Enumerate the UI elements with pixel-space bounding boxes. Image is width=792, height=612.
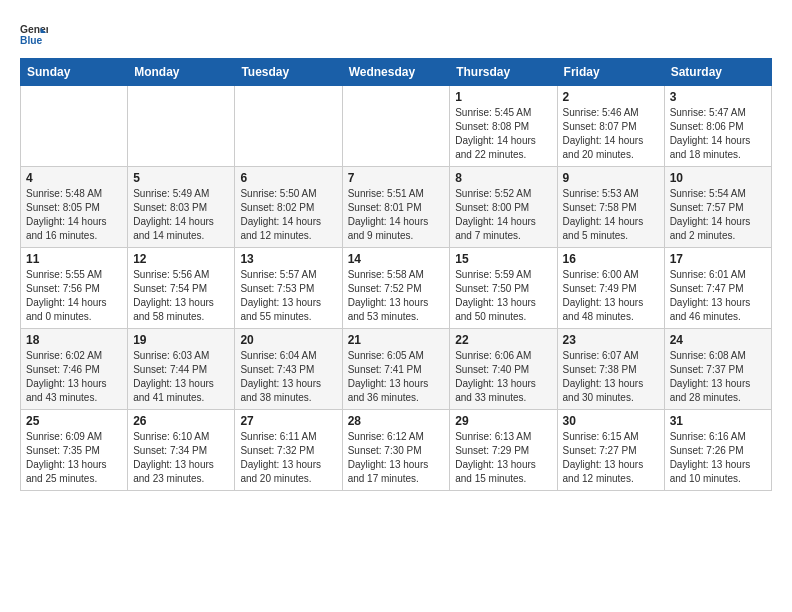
day-info: Sunrise: 5:53 AM Sunset: 7:58 PM Dayligh… — [563, 187, 659, 243]
day-info: Sunrise: 5:47 AM Sunset: 8:06 PM Dayligh… — [670, 106, 766, 162]
day-info: Sunrise: 6:05 AM Sunset: 7:41 PM Dayligh… — [348, 349, 445, 405]
day-number: 29 — [455, 414, 551, 428]
day-number: 15 — [455, 252, 551, 266]
day-info: Sunrise: 6:15 AM Sunset: 7:27 PM Dayligh… — [563, 430, 659, 486]
day-number: 24 — [670, 333, 766, 347]
weekday-header-thursday: Thursday — [450, 59, 557, 86]
day-number: 14 — [348, 252, 445, 266]
day-cell: 26Sunrise: 6:10 AM Sunset: 7:34 PM Dayli… — [128, 410, 235, 491]
day-info: Sunrise: 6:07 AM Sunset: 7:38 PM Dayligh… — [563, 349, 659, 405]
day-info: Sunrise: 6:01 AM Sunset: 7:47 PM Dayligh… — [670, 268, 766, 324]
logo-icon: General Blue — [20, 20, 48, 48]
day-number: 5 — [133, 171, 229, 185]
day-number: 21 — [348, 333, 445, 347]
day-number: 13 — [240, 252, 336, 266]
day-number: 31 — [670, 414, 766, 428]
weekday-header-sunday: Sunday — [21, 59, 128, 86]
day-number: 20 — [240, 333, 336, 347]
day-number: 22 — [455, 333, 551, 347]
day-cell: 8Sunrise: 5:52 AM Sunset: 8:00 PM Daylig… — [450, 167, 557, 248]
day-info: Sunrise: 6:11 AM Sunset: 7:32 PM Dayligh… — [240, 430, 336, 486]
day-cell: 27Sunrise: 6:11 AM Sunset: 7:32 PM Dayli… — [235, 410, 342, 491]
day-cell: 22Sunrise: 6:06 AM Sunset: 7:40 PM Dayli… — [450, 329, 557, 410]
day-cell: 20Sunrise: 6:04 AM Sunset: 7:43 PM Dayli… — [235, 329, 342, 410]
day-cell: 25Sunrise: 6:09 AM Sunset: 7:35 PM Dayli… — [21, 410, 128, 491]
week-row-4: 18Sunrise: 6:02 AM Sunset: 7:46 PM Dayli… — [21, 329, 772, 410]
day-number: 27 — [240, 414, 336, 428]
week-row-2: 4Sunrise: 5:48 AM Sunset: 8:05 PM Daylig… — [21, 167, 772, 248]
weekday-header-row: SundayMondayTuesdayWednesdayThursdayFrid… — [21, 59, 772, 86]
day-cell — [342, 86, 450, 167]
day-info: Sunrise: 5:56 AM Sunset: 7:54 PM Dayligh… — [133, 268, 229, 324]
day-number: 19 — [133, 333, 229, 347]
day-cell: 28Sunrise: 6:12 AM Sunset: 7:30 PM Dayli… — [342, 410, 450, 491]
svg-text:Blue: Blue — [20, 35, 43, 46]
day-number: 7 — [348, 171, 445, 185]
day-number: 11 — [26, 252, 122, 266]
day-number: 6 — [240, 171, 336, 185]
day-number: 28 — [348, 414, 445, 428]
day-cell: 2Sunrise: 5:46 AM Sunset: 8:07 PM Daylig… — [557, 86, 664, 167]
day-cell: 10Sunrise: 5:54 AM Sunset: 7:57 PM Dayli… — [664, 167, 771, 248]
day-number: 3 — [670, 90, 766, 104]
day-cell: 30Sunrise: 6:15 AM Sunset: 7:27 PM Dayli… — [557, 410, 664, 491]
day-info: Sunrise: 6:08 AM Sunset: 7:37 PM Dayligh… — [670, 349, 766, 405]
day-cell — [128, 86, 235, 167]
day-cell: 1Sunrise: 5:45 AM Sunset: 8:08 PM Daylig… — [450, 86, 557, 167]
day-cell: 11Sunrise: 5:55 AM Sunset: 7:56 PM Dayli… — [21, 248, 128, 329]
day-cell: 16Sunrise: 6:00 AM Sunset: 7:49 PM Dayli… — [557, 248, 664, 329]
day-number: 2 — [563, 90, 659, 104]
day-cell: 19Sunrise: 6:03 AM Sunset: 7:44 PM Dayli… — [128, 329, 235, 410]
weekday-header-saturday: Saturday — [664, 59, 771, 86]
day-number: 10 — [670, 171, 766, 185]
day-info: Sunrise: 5:45 AM Sunset: 8:08 PM Dayligh… — [455, 106, 551, 162]
day-number: 30 — [563, 414, 659, 428]
day-info: Sunrise: 6:16 AM Sunset: 7:26 PM Dayligh… — [670, 430, 766, 486]
day-info: Sunrise: 6:13 AM Sunset: 7:29 PM Dayligh… — [455, 430, 551, 486]
day-number: 18 — [26, 333, 122, 347]
day-number: 12 — [133, 252, 229, 266]
day-cell: 4Sunrise: 5:48 AM Sunset: 8:05 PM Daylig… — [21, 167, 128, 248]
day-info: Sunrise: 5:52 AM Sunset: 8:00 PM Dayligh… — [455, 187, 551, 243]
weekday-header-tuesday: Tuesday — [235, 59, 342, 86]
day-cell: 6Sunrise: 5:50 AM Sunset: 8:02 PM Daylig… — [235, 167, 342, 248]
day-number: 4 — [26, 171, 122, 185]
day-number: 23 — [563, 333, 659, 347]
day-info: Sunrise: 5:51 AM Sunset: 8:01 PM Dayligh… — [348, 187, 445, 243]
weekday-header-monday: Monday — [128, 59, 235, 86]
day-cell: 5Sunrise: 5:49 AM Sunset: 8:03 PM Daylig… — [128, 167, 235, 248]
day-cell: 29Sunrise: 6:13 AM Sunset: 7:29 PM Dayli… — [450, 410, 557, 491]
day-info: Sunrise: 5:46 AM Sunset: 8:07 PM Dayligh… — [563, 106, 659, 162]
day-number: 16 — [563, 252, 659, 266]
logo: General Blue — [20, 20, 48, 48]
week-row-3: 11Sunrise: 5:55 AM Sunset: 7:56 PM Dayli… — [21, 248, 772, 329]
day-number: 1 — [455, 90, 551, 104]
day-cell: 17Sunrise: 6:01 AM Sunset: 7:47 PM Dayli… — [664, 248, 771, 329]
day-info: Sunrise: 6:06 AM Sunset: 7:40 PM Dayligh… — [455, 349, 551, 405]
day-info: Sunrise: 6:00 AM Sunset: 7:49 PM Dayligh… — [563, 268, 659, 324]
day-cell: 18Sunrise: 6:02 AM Sunset: 7:46 PM Dayli… — [21, 329, 128, 410]
calendar: SundayMondayTuesdayWednesdayThursdayFrid… — [20, 58, 772, 491]
day-number: 8 — [455, 171, 551, 185]
page-header: General Blue — [20, 20, 772, 48]
day-info: Sunrise: 5:59 AM Sunset: 7:50 PM Dayligh… — [455, 268, 551, 324]
day-info: Sunrise: 5:50 AM Sunset: 8:02 PM Dayligh… — [240, 187, 336, 243]
day-cell: 24Sunrise: 6:08 AM Sunset: 7:37 PM Dayli… — [664, 329, 771, 410]
day-info: Sunrise: 6:02 AM Sunset: 7:46 PM Dayligh… — [26, 349, 122, 405]
day-info: Sunrise: 6:03 AM Sunset: 7:44 PM Dayligh… — [133, 349, 229, 405]
day-info: Sunrise: 6:04 AM Sunset: 7:43 PM Dayligh… — [240, 349, 336, 405]
day-cell: 13Sunrise: 5:57 AM Sunset: 7:53 PM Dayli… — [235, 248, 342, 329]
week-row-5: 25Sunrise: 6:09 AM Sunset: 7:35 PM Dayli… — [21, 410, 772, 491]
day-info: Sunrise: 6:12 AM Sunset: 7:30 PM Dayligh… — [348, 430, 445, 486]
weekday-header-friday: Friday — [557, 59, 664, 86]
day-cell: 14Sunrise: 5:58 AM Sunset: 7:52 PM Dayli… — [342, 248, 450, 329]
week-row-1: 1Sunrise: 5:45 AM Sunset: 8:08 PM Daylig… — [21, 86, 772, 167]
day-cell: 21Sunrise: 6:05 AM Sunset: 7:41 PM Dayli… — [342, 329, 450, 410]
day-info: Sunrise: 5:58 AM Sunset: 7:52 PM Dayligh… — [348, 268, 445, 324]
day-number: 26 — [133, 414, 229, 428]
day-cell: 31Sunrise: 6:16 AM Sunset: 7:26 PM Dayli… — [664, 410, 771, 491]
day-number: 25 — [26, 414, 122, 428]
day-number: 17 — [670, 252, 766, 266]
day-cell: 12Sunrise: 5:56 AM Sunset: 7:54 PM Dayli… — [128, 248, 235, 329]
day-cell — [21, 86, 128, 167]
